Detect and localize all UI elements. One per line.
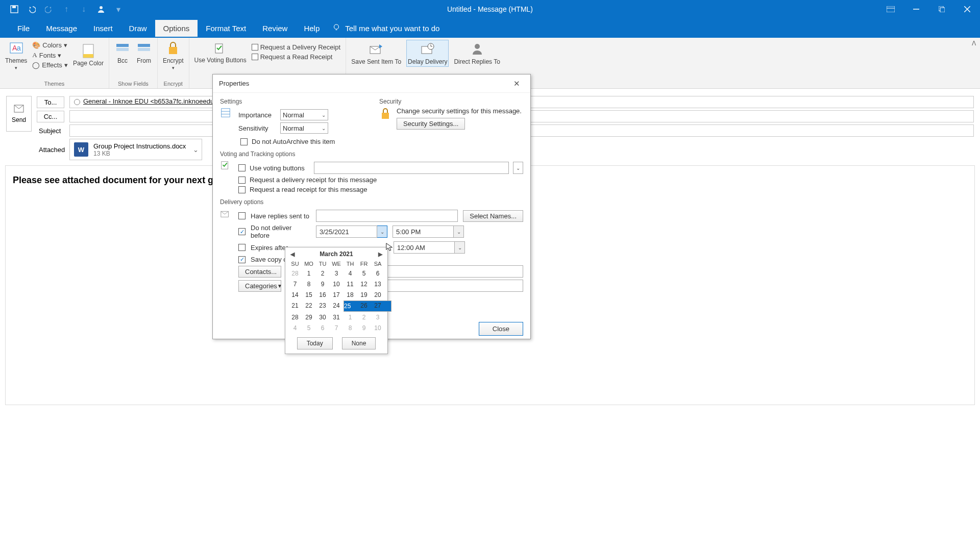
to-button[interactable]: To... [37,96,64,108]
bcc-button[interactable]: Bcc [114,40,131,64]
close-icon[interactable] [954,0,980,18]
importance-select[interactable]: Normal⌄ [280,109,328,120]
tab-help[interactable]: Help [296,20,328,37]
expires-checkbox[interactable] [238,244,246,251]
send-button[interactable]: Send [6,96,32,132]
calendar-day[interactable]: 22 [302,300,315,312]
themes-button[interactable]: Aa Themes▾ [5,40,27,70]
calendar-day[interactable]: 1 [302,268,315,279]
minimize-icon[interactable] [903,0,929,18]
maximize-icon[interactable] [929,0,954,18]
categories-button[interactable]: Categories▼ [238,280,281,292]
no-autoarchive-checkbox[interactable] [240,138,248,145]
calendar-day[interactable]: 9 [357,323,371,333]
direct-replies-button[interactable]: Direct Replies To [454,41,500,65]
tab-message[interactable]: Message [38,20,85,37]
expires-time-dropdown-icon[interactable]: ⌄ [455,241,465,254]
calendar-day[interactable]: 4 [288,323,302,333]
calendar-day[interactable]: 3 [330,268,343,279]
calendar-day[interactable]: 28 [288,268,302,279]
calendar-day[interactable]: 28 [288,312,302,322]
calendar-day[interactable]: 6 [316,323,329,333]
next-month-icon[interactable]: ▶ [376,251,384,258]
tab-insert[interactable]: Insert [85,20,121,37]
deliver-date-dropdown-icon[interactable]: ⌄ [377,226,387,238]
calendar-day[interactable]: 24 [330,300,343,312]
use-voting-checkbox[interactable] [238,164,246,171]
calendar-day[interactable]: 12 [357,279,371,289]
calendar-day[interactable]: 26 [357,300,371,312]
request-delivery-receipt[interactable]: Request a Delivery Receipt [252,42,341,52]
calendar-day[interactable]: 7 [330,323,343,333]
delay-delivery-button[interactable]: Delay Delivery [406,40,449,67]
sensitivity-select[interactable]: Normal⌄ [280,122,328,134]
read-receipt-checkbox[interactable] [238,186,246,193]
calendar-day[interactable]: 10 [330,279,343,289]
save-copy-checkbox[interactable] [238,256,246,263]
calendar-day[interactable]: 23 [316,300,329,312]
attachment-chip[interactable]: W Group Project Instructions.docx 13 KB … [69,139,202,160]
tab-format-text[interactable]: Format Text [198,20,254,37]
calendar-day[interactable]: 8 [302,279,315,289]
deliver-time-combo[interactable]: 5:00 PM ⌄ [393,226,464,238]
calendar-day[interactable]: 10 [371,323,384,333]
calendar-day[interactable]: 2 [316,268,329,279]
calendar-day[interactable]: 5 [357,268,371,279]
deliver-date-combo[interactable]: 3/25/2021 ⌄ [316,226,387,238]
voting-dropdown-icon[interactable]: ⌄ [513,162,523,174]
page-color-button[interactable]: Page Color [73,43,104,67]
ribbon-mode-icon[interactable] [878,0,903,18]
expires-time-combo[interactable]: 12:00 AM ⌄ [394,241,465,254]
encrypt-button[interactable]: Encrypt▾ [163,40,184,70]
deliver-date-field[interactable]: 3/25/2021 [316,226,377,238]
calendar-day[interactable]: 5 [302,323,315,333]
calendar-day[interactable]: 9 [316,279,329,289]
tab-file[interactable]: File [9,20,38,37]
contacts-button[interactable]: Contacts... [238,266,281,278]
calendar-day[interactable]: 4 [344,268,357,279]
voting-button[interactable]: Use Voting Buttons [194,40,247,64]
calendar-day[interactable]: 1 [344,312,357,322]
calendar-day[interactable]: 20 [371,290,384,300]
calendar-day[interactable]: 11 [344,279,357,289]
prev-month-icon[interactable]: ◀ [288,251,297,258]
collapse-ribbon-icon[interactable]: ᐱ [972,40,976,47]
fonts-button[interactable]: AFonts ▾ [32,50,68,60]
tell-me[interactable]: Tell me what you want to do [332,23,439,34]
calendar-day[interactable]: 21 [288,300,302,312]
effects-button[interactable]: ◯Effects ▾ [32,60,68,70]
replies-checkbox[interactable] [238,212,246,219]
redo-icon[interactable] [45,5,53,13]
calendar-day[interactable]: 29 [302,312,315,322]
tab-draw[interactable]: Draw [121,20,155,37]
calendar-day[interactable]: 6 [371,268,384,279]
security-settings-button[interactable]: Security Settings... [397,118,465,130]
calendar-day[interactable]: 19 [357,290,371,300]
none-button[interactable]: None [342,337,376,349]
calendar-day[interactable]: 27 [371,300,384,312]
close-button[interactable]: Close [479,322,523,336]
deliver-time-field[interactable]: 5:00 PM [393,226,454,238]
calendar-day[interactable]: 16 [316,290,329,300]
request-read-receipt[interactable]: Request a Read Receipt [252,52,341,62]
select-names-button[interactable]: Select Names... [463,210,523,222]
delivery-receipt-checkbox[interactable] [238,177,246,184]
voting-options-field[interactable] [314,162,509,174]
more-icon[interactable]: ▾ [114,5,122,13]
undo-icon[interactable] [28,5,36,13]
calendar-day[interactable]: 14 [288,290,302,300]
calendar-day[interactable]: 17 [330,290,343,300]
replies-field[interactable] [316,210,458,222]
tab-options[interactable]: Options [155,20,198,37]
person-icon[interactable] [97,5,105,13]
cc-button[interactable]: Cc... [37,111,64,122]
dialog-close-icon[interactable]: ✕ [509,79,524,88]
calendar-day[interactable]: 3 [371,312,384,322]
calendar-day[interactable]: 15 [302,290,315,300]
calendar-day[interactable]: 8 [344,323,357,333]
deliver-time-dropdown-icon[interactable]: ⌄ [454,226,464,238]
calendar-day[interactable]: 31 [330,312,343,322]
colors-button[interactable]: 🎨Colors ▾ [32,40,68,50]
do-not-deliver-checkbox[interactable] [238,228,246,235]
calendar-day[interactable]: 18 [344,290,357,300]
